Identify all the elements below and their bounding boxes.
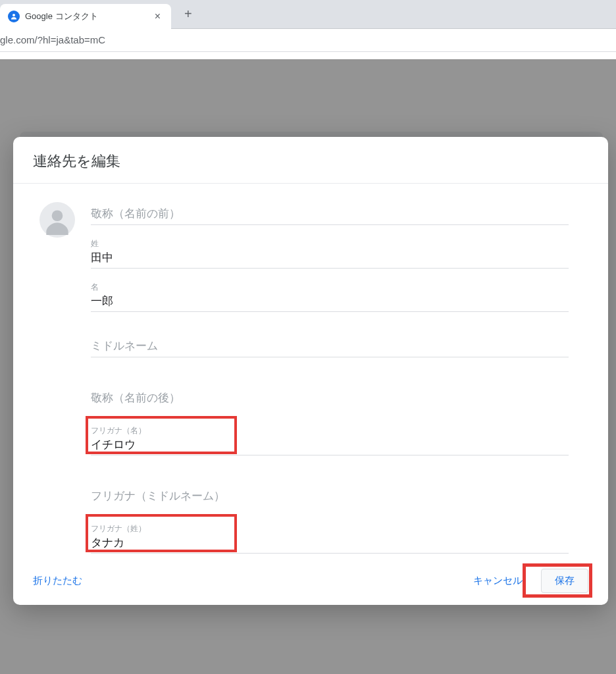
tab-close-icon[interactable]: ×: [152, 9, 163, 24]
prefix-field[interactable]: [91, 199, 569, 225]
surname-input[interactable]: [91, 251, 569, 264]
dialog-title: 連絡先を編集: [13, 137, 608, 184]
middle-input[interactable]: [91, 340, 569, 353]
new-tab-button[interactable]: +: [178, 7, 199, 22]
phonetic-surname-input[interactable]: [91, 536, 569, 549]
phonetic-surname-field[interactable]: フリガナ（姓）: [91, 515, 569, 554]
browser-tab[interactable]: Google コンタクト ×: [0, 4, 171, 29]
svg-point-2: [52, 210, 63, 221]
edit-contact-dialog: 連絡先を編集 姓 名: [13, 137, 608, 605]
given-input[interactable]: [91, 294, 569, 307]
given-label: 名: [91, 282, 569, 293]
surname-field[interactable]: 姓: [91, 230, 569, 269]
phonetic-given-label: フリガナ（名）: [91, 425, 569, 436]
surname-label: 姓: [91, 238, 569, 249]
prefix-input[interactable]: [91, 207, 569, 220]
phonetic-middle-placeholder: フリガナ（ミドルネーム）: [91, 483, 569, 506]
contact-avatar[interactable]: [39, 202, 75, 238]
phonetic-given-field[interactable]: フリガナ（名）: [91, 417, 569, 455]
dialog-footer: 折りたたむ キャンセル 保存: [13, 558, 608, 605]
phonetic-given-input[interactable]: [91, 438, 569, 451]
save-button[interactable]: 保存: [541, 569, 588, 593]
svg-point-0: [13, 14, 15, 16]
tab-title: Google コンタクト: [25, 11, 147, 22]
contacts-favicon: [8, 11, 20, 22]
url-bar[interactable]: gle.com/?hl=ja&tab=mC: [0, 29, 616, 52]
cancel-button[interactable]: キャンセル: [461, 569, 534, 592]
browser-tab-strip: Google コンタクト × +: [0, 0, 616, 29]
phonetic-middle-field[interactable]: フリガナ（ミドルネーム）: [91, 475, 569, 510]
suffix-field[interactable]: 敬称（名前の後）: [91, 377, 569, 412]
given-field[interactable]: 名: [91, 274, 569, 312]
middle-field[interactable]: [91, 332, 569, 357]
url-text: gle.com/?hl=ja&tab=mC: [0, 34, 105, 45]
collapse-button[interactable]: 折りたたむ: [33, 575, 82, 587]
suffix-placeholder: 敬称（名前の後）: [91, 385, 569, 408]
phonetic-surname-label: フリガナ（姓）: [91, 523, 569, 534]
name-fields: 姓 名 敬称（名前の後）: [91, 199, 569, 558]
dialog-body[interactable]: 姓 名 敬称（名前の後）: [13, 184, 608, 558]
